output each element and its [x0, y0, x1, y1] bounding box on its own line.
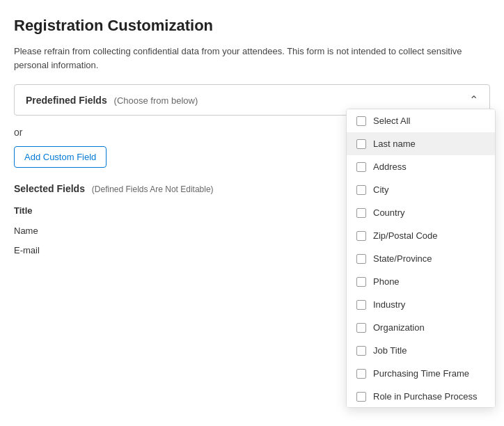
col-title-header: Title [14, 203, 347, 221]
dropdown-item[interactable]: Address [347, 155, 495, 178]
predefined-fields-dropdown[interactable]: Select AllLast nameAddressCityCountryZip… [346, 109, 496, 408]
dropdown-item-checkbox[interactable] [356, 254, 366, 264]
dropdown-item-label: Zip/Postal Code [373, 230, 438, 241]
dropdown-item[interactable]: Zip/Postal Code [347, 224, 495, 247]
dropdown-item[interactable]: Country [347, 201, 495, 224]
dropdown-item-checkbox[interactable] [356, 139, 366, 149]
dropdown-item[interactable]: Job Title [347, 339, 495, 362]
dropdown-item[interactable]: Organization [347, 316, 495, 339]
dropdown-item[interactable]: City [347, 178, 495, 201]
dropdown-item-label: Phone [373, 276, 400, 287]
add-custom-field-button[interactable]: Add Custom Field [14, 146, 107, 168]
dropdown-item[interactable]: Last name [347, 132, 495, 155]
dropdown-item-label: Country [373, 207, 405, 218]
dropdown-item[interactable]: Role in Purchase Process [347, 385, 495, 408]
notice-text: Please refrain from collecting confident… [14, 45, 490, 72]
dropdown-item-checkbox[interactable] [356, 346, 366, 356]
dropdown-item-label: Organization [373, 322, 425, 333]
page-container: Registration Customization Please refrai… [0, 0, 504, 276]
dropdown-item-checkbox[interactable] [356, 185, 366, 195]
dropdown-item-label: Last name [373, 139, 416, 149]
dropdown-item-checkbox[interactable] [356, 369, 366, 379]
dropdown-item-label: Industry [373, 299, 405, 310]
dropdown-item[interactable]: Phone [347, 270, 495, 293]
dropdown-item-checkbox[interactable] [356, 392, 366, 402]
dropdown-item-checkbox[interactable] [356, 277, 366, 287]
dropdown-item-checkbox[interactable] [356, 208, 366, 218]
dropdown-item-label: State/Province [373, 253, 432, 264]
dropdown-item-label: City [373, 184, 388, 195]
dropdown-item[interactable]: Purchasing Time Frame [347, 362, 495, 385]
dropdown-item-checkbox[interactable] [356, 162, 366, 172]
dropdown-item-label: Purchasing Time Frame [373, 368, 469, 379]
dropdown-item-checkbox[interactable] [356, 231, 366, 241]
dropdown-item-label: Job Title [373, 345, 407, 356]
dropdown-item-label: Select All [373, 116, 410, 126]
dropdown-item[interactable]: Industry [347, 293, 495, 316]
dropdown-item[interactable]: Select All [347, 109, 495, 132]
row-title: Name [14, 221, 347, 241]
row-title: E-mail [14, 241, 347, 260]
dropdown-item-label: Role in Purchase Process [373, 391, 478, 402]
predefined-fields-sublabel: (Choose from below) [114, 95, 198, 106]
predefined-fields-label: Predefined Fields [26, 95, 107, 106]
dropdown-item-checkbox[interactable] [356, 116, 366, 126]
chevron-down-icon: ⌃ [469, 93, 478, 106]
dropdown-item-checkbox[interactable] [356, 300, 366, 310]
dropdown-item-label: Address [373, 161, 407, 172]
dropdown-item-checkbox[interactable] [356, 323, 366, 333]
dropdown-item[interactable]: State/Province [347, 247, 495, 270]
page-title: Registration Customization [14, 17, 490, 35]
